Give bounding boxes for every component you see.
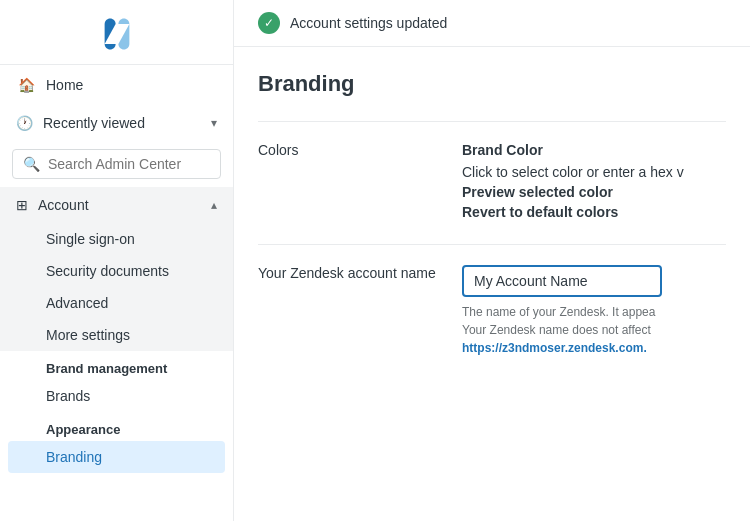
account-name-input[interactable] <box>462 265 662 297</box>
success-banner: ✓ Account settings updated <box>234 0 750 47</box>
branding-content: Branding Colors Brand Color Click to sel… <box>234 47 750 401</box>
search-bar[interactable]: 🔍 <box>12 149 221 179</box>
chevron-down-icon: ▾ <box>211 116 217 130</box>
sidebar-logo <box>0 0 233 65</box>
account-sub-items: Single sign-on Security documents Advanc… <box>0 223 233 351</box>
main-content: ✓ Account settings updated Branding Colo… <box>234 0 750 521</box>
account-name-hint: The name of your Zendesk. It appea Your … <box>462 303 726 357</box>
hint-link[interactable]: https://z3ndmoser.zendesk.com. <box>462 341 647 355</box>
home-label: Home <box>46 77 83 93</box>
account-label: Account <box>38 197 89 213</box>
colors-label: Colors <box>258 142 438 224</box>
sidebar-item-sso[interactable]: Single sign-on <box>0 223 233 255</box>
success-icon: ✓ <box>258 12 280 34</box>
sidebar-item-account[interactable]: ⊞ Account ▴ <box>0 187 233 223</box>
page-title: Branding <box>258 71 726 97</box>
hint-line1: The name of your Zendesk. It appea <box>462 305 655 319</box>
search-icon: 🔍 <box>23 156 40 172</box>
success-message: Account settings updated <box>290 15 447 31</box>
chevron-up-icon: ▴ <box>211 198 217 212</box>
sidebar-item-security-docs[interactable]: Security documents <box>0 255 233 287</box>
sidebar-item-branding[interactable]: Branding <box>8 441 225 473</box>
zendesk-logo-icon <box>95 18 139 50</box>
account-name-section: Your Zendesk account name The name of yo… <box>258 244 726 377</box>
account-name-content: The name of your Zendesk. It appea Your … <box>462 265 726 357</box>
brand-color-label: Brand Color <box>462 142 726 158</box>
sidebar-item-more-settings[interactable]: More settings <box>0 319 233 351</box>
account-icon: ⊞ <box>16 197 28 213</box>
account-name-label: Your Zendesk account name <box>258 265 438 357</box>
hint-line2: Your Zendesk name does not affect <box>462 323 651 337</box>
search-input[interactable] <box>48 156 210 172</box>
revert-colors-button[interactable]: Revert to default colors <box>462 204 726 220</box>
click-text: Click to select color or enter a hex v <box>462 164 726 180</box>
clock-icon: 🕐 <box>16 115 33 131</box>
sidebar-item-brands[interactable]: Brands <box>0 380 233 412</box>
colors-content: Brand Color Click to select color or ent… <box>462 142 726 224</box>
sidebar-section-account: ⊞ Account ▴ Single sign-on Security docu… <box>0 187 233 351</box>
recently-viewed-label: Recently viewed <box>43 115 145 131</box>
home-icon: 🏠 <box>16 75 36 95</box>
brand-management-label: Brand management <box>0 351 233 380</box>
sidebar-item-recently-viewed[interactable]: 🕐 Recently viewed ▾ <box>0 105 233 141</box>
colors-section: Colors Brand Color Click to select color… <box>258 121 726 244</box>
sidebar-item-home[interactable]: 🏠 Home <box>0 65 233 105</box>
sidebar: 🏠 Home 🕐 Recently viewed ▾ 🔍 ⊞ Account ▴… <box>0 0 234 521</box>
appearance-label: Appearance <box>0 412 233 441</box>
sidebar-item-advanced[interactable]: Advanced <box>0 287 233 319</box>
search-container: 🔍 <box>0 141 233 187</box>
preview-color-button[interactable]: Preview selected color <box>462 184 726 200</box>
